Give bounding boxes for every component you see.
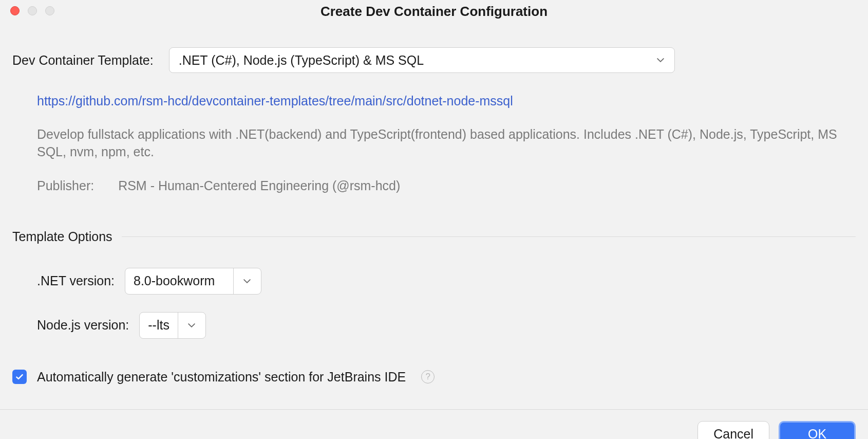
template-options-header: Template Options bbox=[12, 229, 856, 244]
close-button[interactable] bbox=[10, 6, 20, 15]
window-title: Create Dev Container Configuration bbox=[8, 4, 860, 20]
dotnet-version-value: 8.0-bookworm bbox=[125, 268, 233, 294]
template-label: Dev Container Template: bbox=[12, 53, 154, 68]
minimize-button[interactable] bbox=[28, 6, 37, 15]
template-description: Develop fullstack applications with .NET… bbox=[37, 126, 845, 161]
node-version-label: Node.js version: bbox=[37, 318, 129, 333]
window-controls bbox=[10, 6, 54, 15]
help-icon[interactable]: ? bbox=[421, 370, 435, 383]
dialog-content: Dev Container Template: .NET (C#), Node.… bbox=[0, 23, 868, 385]
dotnet-version-label: .NET version: bbox=[37, 273, 115, 288]
template-options-title: Template Options bbox=[12, 229, 112, 244]
cancel-button[interactable]: Cancel bbox=[697, 421, 769, 440]
ok-button[interactable]: OK bbox=[779, 421, 856, 440]
titlebar: Create Dev Container Configuration bbox=[0, 0, 868, 23]
dotnet-version-select[interactable]: 8.0-bookworm bbox=[125, 268, 261, 295]
publisher-label: Publisher: bbox=[37, 178, 94, 193]
maximize-button[interactable] bbox=[45, 6, 54, 15]
template-link[interactable]: https://github.com/rsm-hcd/devcontainer-… bbox=[37, 94, 513, 108]
node-version-value: --lts bbox=[140, 313, 178, 338]
divider bbox=[122, 236, 856, 237]
customizations-checkbox[interactable] bbox=[12, 370, 27, 384]
checkmark-icon bbox=[15, 372, 24, 381]
template-selected-value: .NET (C#), Node.js (TypeScript) & MS SQL bbox=[179, 53, 424, 68]
publisher-row: Publisher: RSM - Human-Centered Engineer… bbox=[37, 178, 845, 193]
chevron-down-icon bbox=[233, 268, 261, 294]
publisher-value: RSM - Human-Centered Engineering (@rsm-h… bbox=[118, 178, 400, 193]
customizations-checkbox-row: Automatically generate 'customizations' … bbox=[12, 370, 856, 385]
customizations-checkbox-label: Automatically generate 'customizations' … bbox=[37, 370, 406, 385]
chevron-down-icon bbox=[178, 313, 205, 338]
template-info: https://github.com/rsm-hcd/devcontainer-… bbox=[12, 94, 856, 193]
template-row: Dev Container Template: .NET (C#), Node.… bbox=[12, 47, 856, 73]
template-select[interactable]: .NET (C#), Node.js (TypeScript) & MS SQL bbox=[169, 47, 675, 73]
dotnet-version-row: .NET version: 8.0-bookworm bbox=[37, 268, 856, 295]
chevron-down-icon bbox=[656, 56, 665, 65]
node-version-row: Node.js version: --lts bbox=[37, 312, 856, 339]
dialog-footer: Cancel OK bbox=[0, 409, 868, 440]
node-version-select[interactable]: --lts bbox=[139, 312, 206, 339]
template-options: .NET version: 8.0-bookworm Node.js versi… bbox=[12, 268, 856, 339]
